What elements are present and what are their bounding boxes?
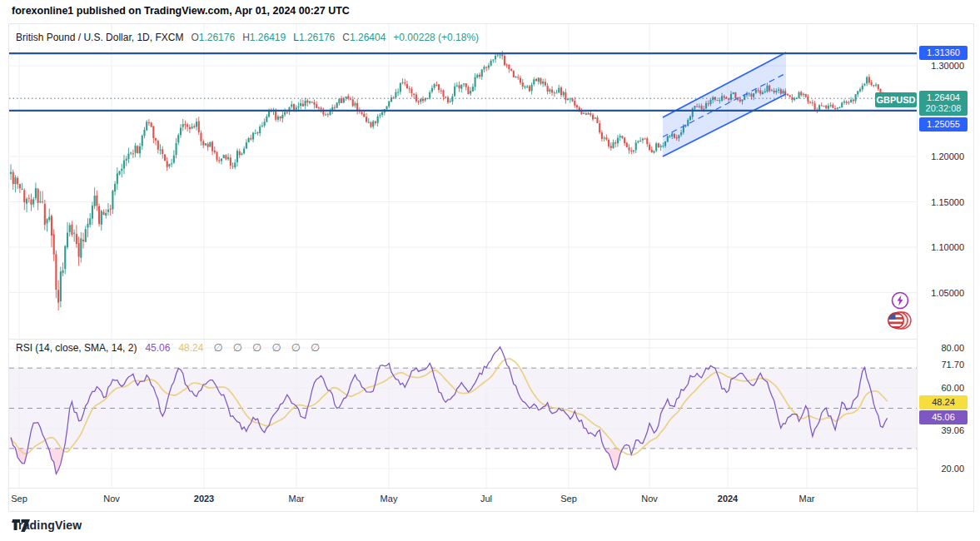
time-axis-label: May <box>381 494 398 504</box>
rsi-legend: RSI (14, close, SMA, 14, 2)45.0648.24∅∅∅… <box>16 341 320 354</box>
time-axis-separator <box>9 488 917 489</box>
rsi-axis-tick: 39.06 <box>917 425 964 435</box>
lightning-icon <box>890 290 910 310</box>
symbol-legend: British Pound / U.S. Dollar, 1D, FXCMO1.… <box>16 32 479 43</box>
rsi-value-badge: 45.06 <box>919 410 968 424</box>
muted-plot-symbol: ∅ <box>233 341 242 354</box>
price-axis-tick: 1.10000 <box>917 242 964 252</box>
muted-plot-symbol: ∅ <box>213 341 222 354</box>
rsi-axis-tick: 71.70 <box>917 360 964 370</box>
muted-plot-symbol: ∅ <box>252 341 261 354</box>
price-axis-tick: 1.30000 <box>917 61 964 71</box>
symbol-title: British Pound / U.S. Dollar, 1D, FXCM <box>16 32 183 43</box>
time-axis-label: 2024 <box>718 494 738 504</box>
time-axis-label: Mar <box>799 494 815 504</box>
muted-plot-symbol: ∅ <box>311 341 320 354</box>
muted-plot-symbol: ∅ <box>291 341 301 354</box>
time-axis-label: Mar <box>289 494 305 504</box>
rsi-value: 45.06 <box>145 342 170 354</box>
symbol-badge: GBPUSD <box>875 92 917 107</box>
rsi-axis-tick: 80.00 <box>917 343 964 353</box>
rsi-title: RSI (14, close, SMA, 14, 2) <box>16 342 137 354</box>
time-axis-label: Jul <box>480 494 492 504</box>
rsi-axis-tick: 20.00 <box>917 464 964 474</box>
current-price-badge: 1.2640420:32:08 <box>919 91 968 116</box>
chart-container: British Pound / U.S. Dollar, 1D, FXCMO1.… <box>8 23 974 512</box>
time-axis-label: Sep <box>11 494 27 504</box>
change-value: +0.00228 (+0.18%) <box>393 32 479 43</box>
price-axis-tick: 1.15000 <box>917 197 964 207</box>
ohlc-label: C <box>342 32 350 43</box>
level-price-badge: 1.31360 <box>919 46 968 60</box>
rsi-axis-tick: 60.00 <box>917 383 964 393</box>
ohlc-value: 1.26419 <box>250 32 286 43</box>
time-axis-label: Sep <box>560 494 577 504</box>
us-flag-stack-icon <box>886 310 913 331</box>
level-price-badge: 1.25055 <box>919 117 968 132</box>
published-chart-page: { "header": {"text": "forexonline1 publi… <box>0 0 980 541</box>
rsi-pane[interactable] <box>9 340 917 488</box>
muted-plot-symbol: ∅ <box>271 341 281 354</box>
ohlc-label: L <box>293 32 299 43</box>
tradingview-link[interactable]: TradingView <box>12 519 82 532</box>
ohlc-value: 1.26404 <box>350 32 386 43</box>
price-axis-tick: 1.05000 <box>917 288 964 298</box>
publish-attribution: forexonline1 published on TradingView.co… <box>12 5 350 17</box>
ohlc-label: O <box>191 32 198 43</box>
channel-fill[interactable] <box>663 52 786 156</box>
ohlc-value: 1.26176 <box>299 32 335 43</box>
price-axis-separator <box>917 24 918 511</box>
time-axis-label: 2023 <box>194 494 214 504</box>
time-axis-label: Nov <box>103 494 120 504</box>
ohlc-label: H <box>242 32 250 43</box>
ohlc-value: 1.26176 <box>199 32 235 43</box>
time-axis-label: Nov <box>641 494 658 504</box>
price-pane[interactable] <box>9 24 917 339</box>
price-axis-tick: 1.20000 <box>917 151 964 161</box>
rsi-sma-value: 48.24 <box>178 342 203 354</box>
tradingview-logo-icon <box>12 519 31 533</box>
rsi-value-badge: 48.24 <box>919 395 968 409</box>
